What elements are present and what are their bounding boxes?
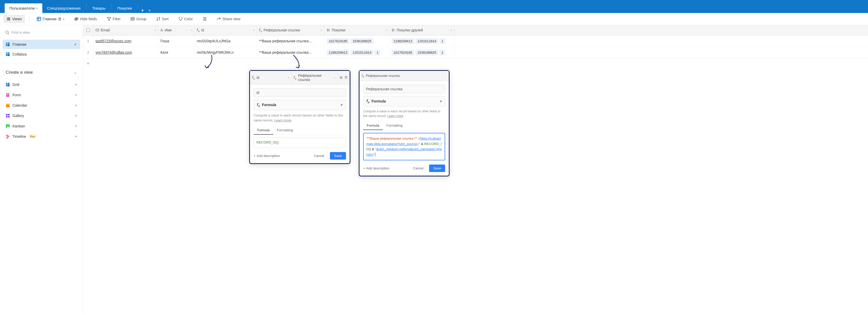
menu-icon <box>6 17 11 21</box>
svg-point-8 <box>6 31 8 33</box>
people-icon <box>58 17 62 21</box>
select-all-checkbox[interactable] <box>83 25 93 35</box>
dropdown-icon[interactable]: ▾ <box>191 29 192 32</box>
cell-id[interactable]: recG03qckULsJhtGa <box>195 36 257 47</box>
views-button[interactable]: Views <box>4 15 25 23</box>
dropdown-icon[interactable]: ▾ <box>451 29 452 32</box>
popover-col-ref[interactable]: fx Реферальная ссылка <box>360 71 449 81</box>
add-row-button[interactable]: + <box>83 58 868 69</box>
dropdown-icon[interactable]: ▾ <box>386 29 387 32</box>
column-header-name[interactable]: A Имя ▾ <box>158 25 195 35</box>
tab-purchases[interactable]: Покупки <box>113 3 136 13</box>
tab-formatting[interactable]: Formatting <box>383 121 406 130</box>
search-input[interactable]: Find a view <box>3 28 80 37</box>
filter-button[interactable]: Filter <box>104 15 123 23</box>
learn-more-link[interactable]: Learn more <box>387 114 403 118</box>
popover-col-extra[interactable]: П <box>337 71 350 84</box>
cancel-button[interactable]: Cancel <box>410 165 427 172</box>
share-view-button[interactable]: Share view <box>214 15 243 23</box>
tab-formula[interactable]: Formula <box>363 121 383 130</box>
cell-buyf[interactable]: 1017624185 1538189825 1 <box>390 47 454 58</box>
formula-editor[interactable]: RECORD_ID() <box>254 137 346 148</box>
tab-users[interactable]: Пользователи ▾ <box>5 3 42 13</box>
formula-editor[interactable]: "**Ваша реферальная ссылка:** <https://c… <box>363 133 445 160</box>
tab-specials[interactable]: Спецпредложения <box>42 3 85 13</box>
column-header-buyf[interactable]: Покупки друзей ▾ <box>390 25 454 35</box>
email-icon <box>95 28 99 32</box>
primary-view-button[interactable]: Главная ▾ <box>34 15 67 23</box>
dropdown-icon[interactable]: ▾ <box>334 76 335 79</box>
tab-goods[interactable]: Товары <box>88 3 110 13</box>
more-tabs-chevron-icon[interactable]: ▾ <box>142 8 144 13</box>
add-tab-icon[interactable]: + <box>148 8 151 13</box>
cell-email[interactable]: ynn78374@cdfaq.com <box>93 47 158 58</box>
checkbox[interactable] <box>87 29 90 32</box>
popover-col-ref[interactable]: fx Реферальная ссылка ▾ <box>291 71 337 84</box>
row-height-button[interactable] <box>200 15 210 23</box>
cell-name[interactable]: Гоша <box>158 36 195 47</box>
tab-formula[interactable]: Formula <box>254 126 273 135</box>
cell-ref[interactable]: **Ваша реферальная ссылка:... <box>257 47 324 58</box>
pill: 1198209413 <box>327 50 349 56</box>
create-gallery[interactable]: Gallery + <box>3 111 80 121</box>
grid-icon <box>37 17 41 21</box>
svg-rect-31 <box>6 135 8 136</box>
view-item-main[interactable]: Главная ✓ <box>3 40 80 49</box>
cancel-button[interactable]: Cancel <box>311 152 327 159</box>
add-description-button[interactable]: +Add description <box>254 154 280 158</box>
create-grid[interactable]: Grid + <box>3 80 80 90</box>
tab-formatting[interactable]: Formatting <box>273 126 297 135</box>
dropdown-icon[interactable]: ▾ <box>321 29 322 32</box>
cell-buy[interactable]: 1017624185 1538189825 <box>324 36 390 47</box>
dropdown-icon[interactable]: ▾ <box>155 29 156 32</box>
create-timeline[interactable]: Timeline Pro + <box>3 131 80 141</box>
color-button[interactable]: Color <box>176 15 195 23</box>
field-name-input[interactable]: id <box>254 88 346 97</box>
cell-id[interactable]: rechbJWrgyFWK3WLn <box>195 47 257 58</box>
pill: 1 <box>375 50 380 56</box>
chevron-down-icon: ⌄ <box>73 69 77 75</box>
svg-rect-29 <box>7 124 8 127</box>
sort-button[interactable]: Sort <box>154 15 171 23</box>
save-button[interactable]: Save <box>330 152 346 160</box>
add-description-button[interactable]: +Add description <box>363 166 390 170</box>
popover-col-id[interactable]: fx id ▾ <box>250 71 291 84</box>
create-form[interactable]: Form + <box>3 90 80 100</box>
formula-icon: fx <box>257 102 260 107</box>
dropdown-icon[interactable]: ▾ <box>253 29 255 32</box>
create-kanban[interactable]: Kanban + <box>3 121 80 131</box>
divider <box>3 63 80 63</box>
create-view-section[interactable]: Create a view ⌄ <box>3 67 80 77</box>
plus-icon: + <box>75 82 77 87</box>
view-item-collabza[interactable]: Collabza <box>3 50 80 59</box>
chevron-down-icon: ▾ <box>36 7 38 9</box>
table-row[interactable]: 1 tas85723@xcoxc.com Гоша recG03qckULsJh… <box>83 36 868 47</box>
table-row[interactable]: 2 ynn78374@cdfaq.com Катя rechbJWrgyFWK3… <box>83 47 868 58</box>
field-type-label: Formula <box>371 99 386 103</box>
save-button[interactable]: Save <box>429 164 445 172</box>
popover-tabs: Formula Formatting <box>254 126 346 135</box>
tab-label: Спецпредложения <box>47 6 81 10</box>
cell-email[interactable]: tas85723@xcoxc.com <box>93 36 158 47</box>
learn-more-link[interactable]: Learn more <box>274 118 291 122</box>
group-button[interactable]: Group <box>128 15 149 23</box>
field-type-select[interactable]: fx Formula ▾ <box>254 100 346 110</box>
field-type-select[interactable]: fx Formula ▾ <box>363 96 445 107</box>
cell-ref[interactable]: **Ваша реферальная ссылка:... <box>257 36 324 47</box>
column-header-buy[interactable]: Покупки ▾ <box>324 25 390 35</box>
column-label: id <box>201 28 204 32</box>
cell-buyf[interactable]: 1198209413 1201511814 1 <box>390 36 454 47</box>
dropdown-icon[interactable]: ▾ <box>288 76 289 79</box>
cell-buy[interactable]: 1198209413 1201511814 1 <box>324 47 390 58</box>
column-header-id[interactable]: fx id ▾ <box>195 25 257 35</box>
column-header-ref[interactable]: fx Реферальная ссылка ▾ <box>257 25 324 35</box>
timeline-icon <box>6 134 10 138</box>
row-number: 2 <box>83 47 93 58</box>
cell-name[interactable]: Катя <box>158 47 195 58</box>
top-nav: Пользователи ▾ Спецпредложения Товары По… <box>0 0 868 13</box>
field-name-input[interactable]: Реферальная ссылка <box>363 85 445 93</box>
column-header-email[interactable]: Email ▾ <box>93 25 158 35</box>
pill: 1201511814 <box>415 38 438 44</box>
hide-fields-button[interactable]: Hide fields <box>72 15 99 23</box>
create-calendar[interactable]: Calendar + <box>3 100 80 110</box>
